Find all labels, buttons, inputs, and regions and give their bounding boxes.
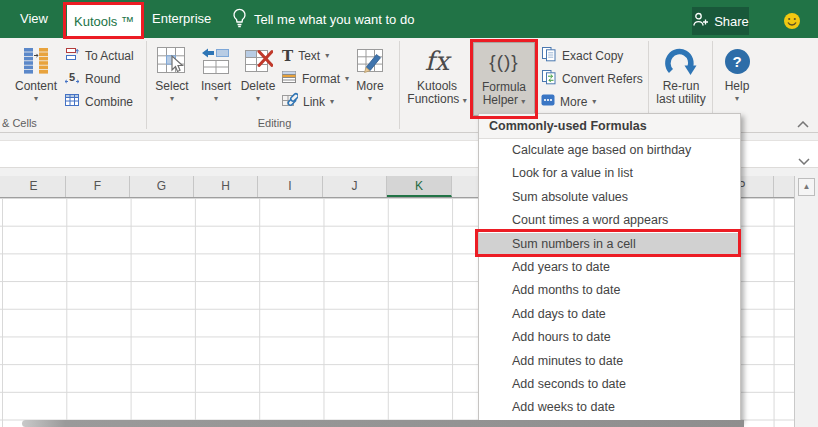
select-button[interactable]: Select ▾ <box>150 42 194 118</box>
more-editing-button[interactable]: More ▾ <box>346 42 394 118</box>
text-icon: T <box>282 47 293 65</box>
formula-helper-button[interactable]: {()} Formula Helper ▾ <box>473 42 535 116</box>
exact-copy-icon <box>541 46 557 65</box>
rerun-arrow-icon <box>663 42 699 80</box>
chevron-down-icon: ▾ <box>521 97 525 106</box>
share-button[interactable]: Share <box>692 7 749 35</box>
round-label: Round <box>85 72 120 86</box>
delete-icon <box>243 42 273 80</box>
link-button[interactable]: Link ▾ <box>281 91 334 112</box>
chevron-down-icon: ▾ <box>325 51 329 60</box>
formula-bar-expand-icon[interactable] <box>798 151 810 169</box>
exact-copy-label: Exact Copy <box>562 49 623 63</box>
horizontal-scrollbar[interactable] <box>22 420 744 427</box>
share-person-icon <box>692 11 709 31</box>
svg-text:5: 5 <box>69 71 75 83</box>
menu-item-add-hours[interactable]: Add hours to date <box>479 326 740 349</box>
menu-item-count-times-word[interactable]: Count times a word appears <box>479 209 740 232</box>
link-label: Link <box>303 95 325 109</box>
convert-refers-button[interactable]: Convert Refers <box>541 68 643 89</box>
formula-helper-label-2: Helper ▾ <box>483 94 526 108</box>
vertical-scrollbar[interactable]: ▲ <box>794 176 818 427</box>
menu-item-add-seconds[interactable]: Add seconds to date <box>479 373 740 396</box>
help-button[interactable]: ? Help ▾ <box>716 42 758 118</box>
round-button[interactable]: 5 Round <box>64 68 120 89</box>
combine-button[interactable]: Combine <box>64 91 133 112</box>
delete-button[interactable]: Delete ▾ <box>237 42 279 118</box>
menu-item-add-weeks[interactable]: Add weeks to date <box>479 396 740 419</box>
more-ellipsis-icon <box>541 93 555 110</box>
fx-icon: fx <box>425 42 449 80</box>
menu-item-add-days[interactable]: Add days to date <box>479 303 740 326</box>
format-label: Format <box>302 72 340 86</box>
chevron-down-icon: ▾ <box>463 96 467 105</box>
combine-label: Combine <box>85 95 133 109</box>
menu-item-add-years[interactable]: Add years to date <box>479 256 740 279</box>
link-icon <box>281 92 298 111</box>
select-icon <box>156 42 188 80</box>
rerun-last-utility-button[interactable]: Re-run last utility <box>652 42 710 118</box>
group-separator <box>146 41 147 129</box>
collapse-ribbon-icon[interactable] <box>797 114 809 132</box>
menu-header-commonly-used-formulas: Commonly-used Formulas <box>479 114 740 139</box>
to-actual-icon <box>64 46 80 65</box>
chevron-down-icon: ▾ <box>34 93 38 104</box>
chevron-down-icon: ▾ <box>592 97 596 106</box>
tab-kutools[interactable]: Kutools ™ <box>67 5 141 38</box>
insert-label: Insert <box>201 80 231 93</box>
column-header-k-selected[interactable]: K <box>387 176 452 197</box>
menu-item-look-for-value[interactable]: Look for a value in list <box>479 162 740 185</box>
content-button[interactable]: Content ▾ <box>10 42 62 118</box>
formula-helper-label-2-text: Helper <box>483 93 518 107</box>
menu-item-calculate-age[interactable]: Calculate age based on birthday <box>479 139 740 162</box>
column-header-i[interactable]: I <box>258 176 323 197</box>
insert-button[interactable]: Insert ▾ <box>196 42 236 118</box>
edit-grid-pencil-icon <box>355 42 385 80</box>
exact-copy-button[interactable]: Exact Copy <box>541 45 623 66</box>
format-button[interactable]: Format ▾ <box>281 68 349 89</box>
column-header-g[interactable]: G <box>130 176 194 197</box>
help-question-icon: ? <box>725 42 750 80</box>
delete-label: Delete <box>241 80 276 93</box>
help-label: Help <box>725 80 750 93</box>
tab-enterprise[interactable]: Enterprise <box>152 0 211 38</box>
round-icon: 5 <box>64 69 80 88</box>
select-label: Select <box>155 80 188 93</box>
chevron-down-icon: ▾ <box>256 93 260 104</box>
to-actual-label: To Actual <box>85 49 134 63</box>
convert-refers-icon <box>541 69 557 88</box>
smiley-icon[interactable] <box>783 12 801 30</box>
cells-group-label: & Cells <box>2 117 37 129</box>
group-separator <box>399 41 400 129</box>
formula-helper-dropdown-menu: Commonly-used Formulas Calculate age bas… <box>478 113 741 421</box>
question-mark-glyph: ? <box>725 49 750 74</box>
chevron-down-icon: ▾ <box>170 93 174 104</box>
insert-icon <box>201 42 231 80</box>
lightbulb-icon <box>232 7 247 31</box>
titlebar: View Kutools ™ Enterprise Tell me what y… <box>0 0 818 38</box>
kutools-functions-button[interactable]: fx Kutools Functions ▾ <box>404 42 470 118</box>
column-header-e[interactable]: E <box>2 176 66 197</box>
column-header-j[interactable]: J <box>323 176 387 197</box>
more-editing-label: More <box>356 80 383 93</box>
combine-icon <box>64 92 80 111</box>
menu-item-add-minutes[interactable]: Add minutes to date <box>479 350 740 373</box>
chevron-down-icon: ▾ <box>735 93 739 104</box>
tab-view[interactable]: View <box>20 0 48 38</box>
to-actual-button[interactable]: To Actual <box>64 45 134 66</box>
column-header-f[interactable]: F <box>66 176 130 197</box>
scroll-up-button[interactable]: ▲ <box>798 178 815 196</box>
convert-refers-label: Convert Refers <box>562 72 643 86</box>
more-kutools-button[interactable]: More ▾ <box>541 91 596 112</box>
editing-group-label: Editing <box>150 117 399 129</box>
text-label: Text <box>298 49 320 63</box>
menu-item-add-months[interactable]: Add months to date <box>479 279 740 302</box>
menu-item-sum-numbers-in-cell[interactable]: Sum numbers in a cell <box>479 233 740 256</box>
chevron-down-icon: ▾ <box>214 93 218 104</box>
formula-helper-icon: {()} <box>489 43 518 81</box>
text-button[interactable]: T Text ▾ <box>282 45 329 66</box>
tell-me-box[interactable]: Tell me what you want to do <box>232 0 414 38</box>
excel-window: View Kutools ™ Enterprise Tell me what y… <box>0 0 818 427</box>
column-header-h[interactable]: H <box>194 176 258 197</box>
menu-item-sum-absolute-values[interactable]: Sum absolute values <box>479 186 740 209</box>
